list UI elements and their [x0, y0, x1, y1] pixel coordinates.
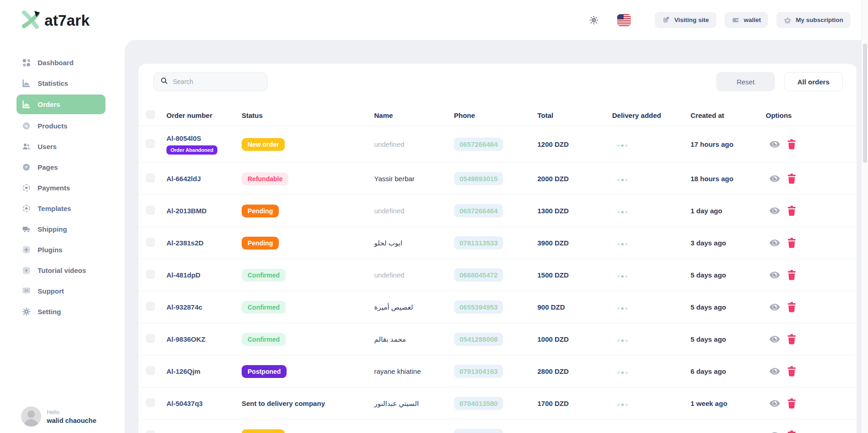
view-order-icon[interactable] [768, 429, 781, 433]
view-order-icon[interactable] [768, 397, 781, 410]
svg-text:24: 24 [24, 289, 28, 293]
sidebar-item-tutorial-videos[interactable]: Tutorial videos [17, 261, 105, 279]
order-number: Al-50437q3 [166, 400, 203, 407]
row-checkbox[interactable] [146, 302, 155, 311]
sidebar-item-plugins[interactable]: Plugins [17, 240, 105, 259]
wallet-label: wallet [744, 17, 761, 23]
row-checkbox[interactable] [146, 398, 155, 407]
table-header: Order number Status Name Phone Total Del… [138, 105, 857, 126]
sidebar-item-orders[interactable]: Orders [17, 94, 105, 114]
view-order-icon[interactable] [768, 301, 781, 313]
brand-logo-icon [20, 10, 41, 31]
view-order-icon[interactable] [768, 237, 781, 249]
wallet-button[interactable]: wallet [724, 12, 768, 28]
created-at: 1 day ago [691, 207, 766, 215]
view-order-icon[interactable] [768, 333, 781, 345]
delete-order-icon[interactable] [786, 430, 797, 433]
view-order-icon[interactable] [768, 269, 781, 281]
reset-button[interactable]: Reset [716, 72, 775, 91]
row-checkbox[interactable] [146, 430, 155, 433]
brand-name: at7ark [44, 12, 89, 29]
status-badge: Sent to delivery company [242, 397, 325, 410]
sidebar-item-pages[interactable]: Pages [17, 158, 105, 176]
scrollbar-thumb[interactable] [863, 44, 867, 163]
shipping-truck-icon [22, 224, 31, 234]
table-row: Al-2381s2D Pending ايوب لحلو 0781313533 … [138, 227, 857, 259]
sidebar-item-statistics[interactable]: Statistics [17, 74, 105, 92]
crown-icon [784, 16, 791, 24]
view-order-icon[interactable] [768, 365, 781, 377]
row-checkbox[interactable] [146, 139, 155, 148]
phone-number[interactable]: 0655394953 [454, 300, 503, 314]
delete-order-icon[interactable] [786, 237, 797, 249]
visiting-site-button[interactable]: Visiting site [655, 12, 716, 28]
view-order-icon[interactable] [768, 172, 781, 185]
sidebar-item-products[interactable]: % Products [17, 117, 105, 135]
sidebar-item-templates[interactable]: Templates [17, 199, 105, 217]
delete-order-icon[interactable] [786, 205, 797, 216]
phone-number[interactable]: 0541288008 [454, 333, 503, 346]
delivery-loading-dots [612, 339, 628, 342]
delivery-loading-dots [612, 404, 628, 406]
brand-logo[interactable]: at7ark [20, 10, 89, 31]
delete-order-icon[interactable] [786, 398, 797, 409]
delete-order-icon[interactable] [786, 333, 797, 345]
phone-number[interactable]: 0668045472 [454, 268, 503, 282]
table-row: Al-8054l0S Order Abandoned New order und… [138, 126, 857, 163]
language-us-flag-icon[interactable] [617, 14, 631, 26]
delete-order-icon[interactable] [786, 269, 797, 281]
row-checkbox[interactable] [146, 334, 155, 343]
user-profile[interactable]: Hello walid chaouche [21, 406, 96, 427]
customer-name: undefined [374, 140, 454, 148]
delete-order-icon[interactable] [786, 173, 797, 184]
customer-name: rayane khiatine [374, 367, 454, 375]
sidebar-item-shipping[interactable]: Shipping [17, 220, 105, 238]
my-subscription-button[interactable]: My subscription [776, 12, 851, 28]
row-checkbox[interactable] [146, 238, 155, 247]
phone-number[interactable]: 0549893015 [454, 172, 503, 185]
search-input[interactable] [173, 78, 261, 85]
phone-number[interactable]: 0784013580 [454, 429, 503, 433]
row-checkbox[interactable] [146, 173, 155, 183]
phone-number[interactable]: 0657266464 [454, 138, 503, 151]
all-orders-filter-button[interactable]: All orders [784, 72, 843, 91]
phone-number[interactable]: 0791304163 [454, 365, 503, 378]
sidebar-item-payments[interactable]: Payments [17, 178, 105, 197]
select-all-checkbox[interactable] [146, 110, 155, 119]
topbar: Visiting site wallet My subscription [125, 0, 861, 40]
plugins-plus-icon [22, 245, 31, 255]
row-checkbox[interactable] [146, 366, 155, 375]
sidebar-item-support[interactable]: 24 Support [17, 282, 105, 300]
support-24-icon: 24 [22, 286, 31, 296]
scrollbar-track [861, 0, 868, 433]
sidebar: at7ark Dashboard Statistics Orders % Pro… [0, 0, 125, 433]
search-box [153, 72, 268, 91]
visiting-site-label: Visiting site [674, 17, 709, 23]
orders-card: Reset All orders Order number Status Nam… [138, 64, 857, 433]
phone-number[interactable]: 0657266464 [454, 204, 503, 217]
delete-order-icon[interactable] [786, 139, 797, 150]
sidebar-item-setting[interactable]: Setting [17, 302, 105, 321]
search-icon [160, 77, 168, 87]
row-checkbox[interactable] [146, 205, 155, 215]
row-checkbox[interactable] [146, 270, 155, 279]
order-total: 2000 DZD [537, 175, 612, 183]
delivery-loading-dots [612, 144, 628, 147]
delete-order-icon[interactable] [786, 301, 797, 313]
orders-chart-icon [22, 100, 31, 109]
theme-toggle-sun-icon[interactable] [589, 15, 599, 25]
profile-name: walid chaouche [47, 417, 96, 424]
view-order-icon[interactable] [768, 205, 781, 217]
sidebar-item-users[interactable]: Users [17, 137, 105, 155]
view-order-icon[interactable] [768, 138, 781, 150]
sidebar-item-dashboard[interactable]: Dashboard [17, 53, 105, 72]
templates-icon [22, 204, 31, 213]
settings-gear-icon [22, 307, 31, 316]
pages-icon [22, 162, 31, 172]
delivery-loading-dots [612, 307, 628, 310]
phone-number[interactable]: 0781313533 [454, 236, 503, 250]
products-percent-icon: % [22, 121, 31, 131]
delete-order-icon[interactable] [786, 366, 797, 377]
phone-number[interactable]: 0784013580 [454, 397, 503, 410]
status-badge: Confirmed [242, 269, 286, 282]
